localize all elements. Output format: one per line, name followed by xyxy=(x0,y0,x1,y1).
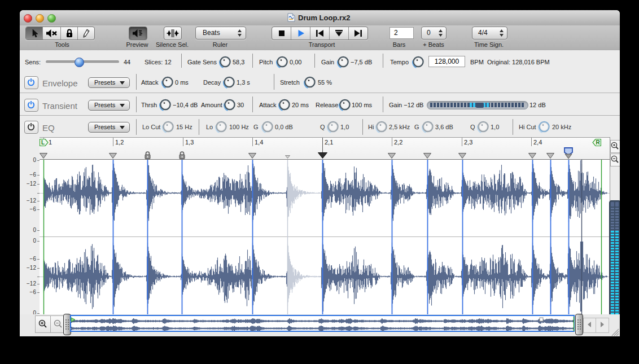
svg-text:R: R xyxy=(596,139,601,146)
svg-text:L: L xyxy=(41,139,45,146)
